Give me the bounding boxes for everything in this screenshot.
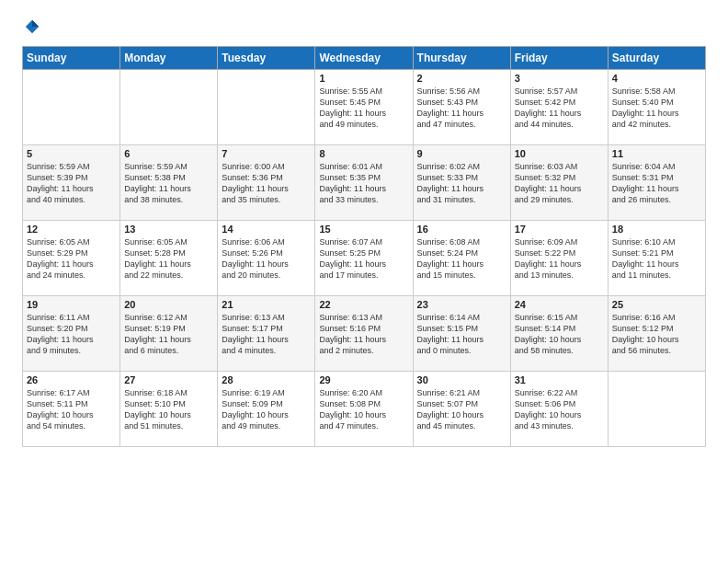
day-number: 6	[124, 148, 213, 159]
day-number: 12	[27, 224, 116, 235]
day-number: 14	[222, 224, 311, 235]
calendar-header-tuesday: Tuesday	[218, 47, 315, 70]
day-number: 22	[319, 299, 408, 310]
calendar-day-26: 26Sunrise: 6:17 AM Sunset: 5:11 PM Dayli…	[23, 372, 120, 447]
calendar-day-14: 14Sunrise: 6:06 AM Sunset: 5:26 PM Dayli…	[218, 221, 315, 296]
day-info: Sunrise: 6:06 AM Sunset: 5:26 PM Dayligh…	[222, 236, 311, 282]
calendar-day-1: 1Sunrise: 5:55 AM Sunset: 5:45 PM Daylig…	[315, 70, 413, 145]
day-info: Sunrise: 6:01 AM Sunset: 5:35 PM Dayligh…	[319, 161, 408, 206]
calendar-week-5: 26Sunrise: 6:17 AM Sunset: 5:11 PM Dayli…	[23, 372, 706, 447]
day-info: Sunrise: 6:04 AM Sunset: 5:31 PM Dayligh…	[612, 161, 701, 206]
calendar-day-13: 13Sunrise: 6:05 AM Sunset: 5:28 PM Dayli…	[120, 221, 218, 296]
day-number: 31	[515, 374, 604, 385]
day-info: Sunrise: 6:19 AM Sunset: 5:09 PM Dayligh…	[222, 387, 311, 432]
calendar-empty-cell	[23, 70, 120, 145]
calendar-day-11: 11Sunrise: 6:04 AM Sunset: 5:31 PM Dayli…	[608, 145, 705, 221]
day-number: 25	[612, 299, 701, 310]
day-info: Sunrise: 6:12 AM Sunset: 5:19 PM Dayligh…	[124, 312, 213, 357]
calendar-day-3: 3Sunrise: 5:57 AM Sunset: 5:42 PM Daylig…	[510, 70, 608, 145]
day-info: Sunrise: 6:15 AM Sunset: 5:14 PM Dayligh…	[515, 312, 604, 357]
calendar-day-25: 25Sunrise: 6:16 AM Sunset: 5:12 PM Dayli…	[608, 296, 705, 372]
calendar-day-4: 4Sunrise: 5:58 AM Sunset: 5:40 PM Daylig…	[608, 70, 705, 145]
day-info: Sunrise: 6:20 AM Sunset: 5:08 PM Dayligh…	[319, 387, 408, 432]
calendar-header-sunday: Sunday	[23, 47, 120, 70]
day-number: 10	[515, 148, 604, 159]
calendar-day-28: 28Sunrise: 6:19 AM Sunset: 5:09 PM Dayli…	[218, 372, 315, 447]
day-number: 9	[417, 148, 506, 159]
calendar-empty-cell	[120, 70, 218, 145]
day-number: 30	[417, 374, 506, 385]
calendar-day-10: 10Sunrise: 6:03 AM Sunset: 5:32 PM Dayli…	[510, 145, 608, 221]
day-number: 24	[515, 299, 604, 310]
day-info: Sunrise: 6:18 AM Sunset: 5:10 PM Dayligh…	[124, 387, 213, 432]
day-number: 1	[319, 73, 408, 84]
day-info: Sunrise: 6:09 AM Sunset: 5:22 PM Dayligh…	[515, 236, 604, 282]
day-number: 19	[27, 299, 116, 310]
calendar-day-15: 15Sunrise: 6:07 AM Sunset: 5:25 PM Dayli…	[315, 221, 413, 296]
day-number: 28	[222, 374, 311, 385]
day-number: 20	[124, 299, 213, 310]
day-number: 11	[612, 148, 701, 159]
calendar-day-21: 21Sunrise: 6:13 AM Sunset: 5:17 PM Dayli…	[218, 296, 315, 372]
calendar-day-17: 17Sunrise: 6:09 AM Sunset: 5:22 PM Dayli…	[510, 221, 608, 296]
day-number: 29	[319, 374, 408, 385]
day-info: Sunrise: 6:13 AM Sunset: 5:16 PM Dayligh…	[319, 312, 408, 357]
calendar-day-5: 5Sunrise: 5:59 AM Sunset: 5:39 PM Daylig…	[23, 145, 120, 221]
calendar-day-24: 24Sunrise: 6:15 AM Sunset: 5:14 PM Dayli…	[510, 296, 608, 372]
day-info: Sunrise: 6:02 AM Sunset: 5:33 PM Dayligh…	[417, 161, 506, 206]
day-info: Sunrise: 6:21 AM Sunset: 5:07 PM Dayligh…	[417, 387, 506, 432]
calendar-empty-cell	[608, 372, 705, 447]
day-number: 3	[515, 73, 604, 84]
page: SundayMondayTuesdayWednesdayThursdayFrid…	[0, 0, 728, 563]
day-info: Sunrise: 6:13 AM Sunset: 5:17 PM Dayligh…	[222, 312, 311, 357]
day-number: 26	[27, 374, 116, 385]
calendar-day-2: 2Sunrise: 5:56 AM Sunset: 5:43 PM Daylig…	[413, 70, 510, 145]
day-info: Sunrise: 5:55 AM Sunset: 5:45 PM Dayligh…	[319, 86, 408, 131]
calendar-header-thursday: Thursday	[413, 47, 510, 70]
day-number: 7	[222, 148, 311, 159]
day-info: Sunrise: 6:00 AM Sunset: 5:36 PM Dayligh…	[222, 161, 311, 206]
calendar-day-31: 31Sunrise: 6:22 AM Sunset: 5:06 PM Dayli…	[510, 372, 608, 447]
calendar-header-saturday: Saturday	[608, 47, 705, 70]
calendar-header-monday: Monday	[120, 47, 218, 70]
day-info: Sunrise: 6:11 AM Sunset: 5:20 PM Dayligh…	[27, 312, 116, 357]
day-info: Sunrise: 6:05 AM Sunset: 5:28 PM Dayligh…	[124, 236, 213, 282]
day-info: Sunrise: 6:10 AM Sunset: 5:21 PM Dayligh…	[612, 236, 701, 282]
calendar-day-27: 27Sunrise: 6:18 AM Sunset: 5:10 PM Dayli…	[120, 372, 218, 447]
day-number: 17	[515, 224, 604, 235]
calendar-week-2: 5Sunrise: 5:59 AM Sunset: 5:39 PM Daylig…	[23, 145, 706, 221]
day-number: 27	[124, 374, 213, 385]
day-info: Sunrise: 5:59 AM Sunset: 5:39 PM Dayligh…	[27, 161, 116, 206]
day-number: 8	[319, 148, 408, 159]
calendar-empty-cell	[218, 70, 315, 145]
header	[22, 18, 706, 35]
calendar-table: SundayMondayTuesdayWednesdayThursdayFrid…	[22, 46, 706, 447]
calendar-day-8: 8Sunrise: 6:01 AM Sunset: 5:35 PM Daylig…	[315, 145, 413, 221]
calendar-day-30: 30Sunrise: 6:21 AM Sunset: 5:07 PM Dayli…	[413, 372, 510, 447]
day-number: 21	[222, 299, 311, 310]
logo-icon	[24, 18, 40, 35]
day-number: 18	[612, 224, 701, 235]
calendar-header-wednesday: Wednesday	[315, 47, 413, 70]
day-info: Sunrise: 6:16 AM Sunset: 5:12 PM Dayligh…	[612, 312, 701, 357]
calendar-day-20: 20Sunrise: 6:12 AM Sunset: 5:19 PM Dayli…	[120, 296, 218, 372]
day-number: 13	[124, 224, 213, 235]
calendar-day-29: 29Sunrise: 6:20 AM Sunset: 5:08 PM Dayli…	[315, 372, 413, 447]
day-info: Sunrise: 5:57 AM Sunset: 5:42 PM Dayligh…	[515, 86, 604, 131]
day-info: Sunrise: 6:03 AM Sunset: 5:32 PM Dayligh…	[515, 161, 604, 206]
day-number: 4	[612, 73, 701, 84]
calendar-day-7: 7Sunrise: 6:00 AM Sunset: 5:36 PM Daylig…	[218, 145, 315, 221]
calendar-day-6: 6Sunrise: 5:59 AM Sunset: 5:38 PM Daylig…	[120, 145, 218, 221]
calendar-header-row: SundayMondayTuesdayWednesdayThursdayFrid…	[23, 47, 706, 70]
day-info: Sunrise: 6:08 AM Sunset: 5:24 PM Dayligh…	[417, 236, 506, 282]
day-info: Sunrise: 6:22 AM Sunset: 5:06 PM Dayligh…	[515, 387, 604, 432]
logo	[22, 18, 40, 35]
calendar-day-22: 22Sunrise: 6:13 AM Sunset: 5:16 PM Dayli…	[315, 296, 413, 372]
day-info: Sunrise: 5:59 AM Sunset: 5:38 PM Dayligh…	[124, 161, 213, 206]
day-number: 23	[417, 299, 506, 310]
day-number: 15	[319, 224, 408, 235]
day-number: 2	[417, 73, 506, 84]
svg-marker-1	[32, 20, 39, 27]
day-number: 5	[27, 148, 116, 159]
calendar-day-12: 12Sunrise: 6:05 AM Sunset: 5:29 PM Dayli…	[23, 221, 120, 296]
